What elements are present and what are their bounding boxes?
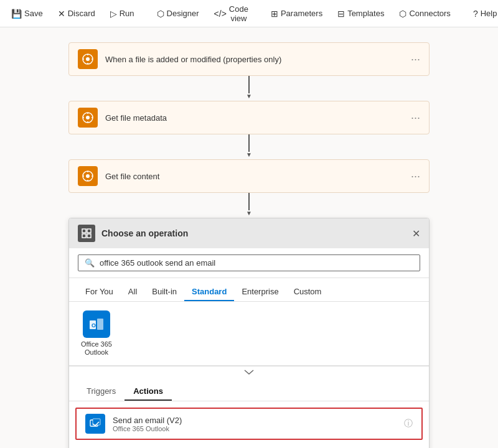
action-item-0-icon [85, 414, 105, 434]
connector-office365[interactable]: O Office 365Outlook [78, 310, 115, 357]
run-label: Run [120, 9, 134, 18]
search-input-wrap: 🔍 [78, 254, 420, 271]
run-icon: ▷ [110, 9, 117, 19]
action-item-0[interactable]: Send an email (V2) Office 365 Outlook ⓘ [75, 408, 423, 440]
save-label: Save [24, 9, 43, 18]
tab-all[interactable]: All [121, 283, 144, 301]
code-view-button[interactable]: </> Code view [208, 1, 255, 27]
discard-label: Discard [68, 9, 95, 18]
svg-rect-21 [87, 234, 91, 238]
flow-block-1-menu[interactable]: ··· [411, 53, 420, 66]
flow-block-2[interactable]: Get file metadata ··· [68, 101, 430, 134]
help-button[interactable]: ? Help [467, 5, 498, 22]
tab-actions[interactable]: Actions [125, 383, 172, 401]
action-item-1[interactable]: Send an email from a shared mailbox (V2)… [75, 442, 423, 448]
arrow-down-2 [248, 134, 250, 152]
op-close-button[interactable]: ✕ [412, 228, 420, 240]
code-view-label: Code view [229, 4, 248, 23]
action-item-0-text: Send an email (V2) Office 365 Outlook [113, 416, 397, 432]
designer-icon: ⬡ [157, 9, 164, 19]
tab-for-you[interactable]: For You [78, 283, 121, 301]
action-item-0-info[interactable]: ⓘ [404, 418, 413, 429]
op-header: Choose an operation ✕ [69, 218, 429, 248]
actions-list: Send an email (V2) Office 365 Outlook ⓘ … [69, 401, 429, 448]
trigger-action-tabs: Triggers Actions [69, 378, 429, 401]
code-icon: </> [214, 9, 227, 19]
toolbar: 💾 Save ✕ Discard ▷ Run ⬡ Designer </> Co… [0, 0, 498, 27]
parameters-label: Parameters [281, 9, 322, 18]
tab-custom[interactable]: Custom [286, 283, 329, 301]
save-button[interactable]: 💾 Save [5, 5, 49, 22]
svg-rect-23 [97, 319, 103, 330]
designer-label: Designer [167, 9, 199, 18]
flow-block-1-title: When a file is added or modified (proper… [105, 55, 403, 64]
search-input[interactable] [100, 258, 413, 268]
arrow-3 [68, 193, 430, 210]
connectors-label: Connectors [409, 9, 450, 18]
search-icon: 🔍 [85, 258, 95, 268]
flow-block-2-icon [78, 108, 98, 128]
svg-text:O: O [92, 322, 96, 329]
designer-button[interactable]: ⬡ Designer [151, 5, 205, 22]
tab-standard[interactable]: Standard [184, 283, 234, 301]
arrow-2 [68, 134, 430, 152]
templates-icon: ⊟ [337, 9, 345, 19]
action-item-0-title: Send an email (V2) [113, 416, 397, 425]
parameters-button[interactable]: ⊞ Parameters [265, 5, 329, 22]
svg-rect-19 [87, 229, 91, 233]
connector-office365-icon: O [83, 310, 110, 338]
flow-block-1-icon [78, 49, 98, 69]
connectors-icon: ⬡ [399, 9, 406, 19]
tab-enterprise[interactable]: Enterprise [234, 283, 286, 301]
svg-rect-20 [82, 234, 86, 238]
templates-label: Templates [347, 9, 384, 18]
op-title: Choose an operation [101, 228, 188, 238]
connectors-area: O Office 365Outlook [69, 302, 429, 366]
op-header-icon [78, 225, 95, 242]
flow-block-2-menu[interactable]: ··· [411, 111, 420, 124]
collapse-button[interactable] [69, 366, 429, 378]
search-box: 🔍 [69, 248, 429, 278]
operation-panel: Choose an operation ✕ 🔍 For You All Buil… [68, 218, 430, 448]
flow-block-3[interactable]: Get file content ··· [68, 159, 430, 193]
svg-point-7 [86, 116, 90, 119]
tab-built-in[interactable]: Built-in [144, 283, 184, 301]
help-label: Help [481, 9, 497, 18]
flow-block-3-menu[interactable]: ··· [411, 170, 420, 183]
canvas: When a file is added or modified (proper… [0, 27, 498, 448]
templates-button[interactable]: ⊟ Templates [331, 5, 390, 22]
discard-button[interactable]: ✕ Discard [52, 5, 101, 22]
connectors-button[interactable]: ⬡ Connectors [393, 5, 456, 22]
flow-block-1[interactable]: When a file is added or modified (proper… [68, 42, 430, 76]
arrow-1 [68, 76, 430, 93]
category-tabs: For You All Built-in Standard Enterprise… [69, 278, 429, 302]
connector-office365-label: Office 365Outlook [81, 340, 112, 357]
help-icon: ? [473, 9, 478, 19]
discard-icon: ✕ [58, 9, 65, 19]
arrow-down-1 [248, 76, 250, 93]
flow-block-2-title: Get file metadata [105, 113, 403, 123]
svg-point-13 [86, 174, 90, 178]
arrow-down-3 [248, 193, 250, 210]
save-icon: 💾 [11, 9, 22, 19]
parameters-icon: ⊞ [271, 9, 278, 19]
action-item-0-subtitle: Office 365 Outlook [113, 425, 397, 432]
flow-block-3-title: Get file content [105, 172, 403, 181]
svg-rect-18 [82, 229, 86, 233]
flow-block-3-icon [78, 166, 98, 186]
run-button[interactable]: ▷ Run [104, 5, 141, 22]
svg-point-1 [86, 57, 90, 61]
tab-triggers[interactable]: Triggers [78, 383, 125, 401]
op-header-left: Choose an operation [78, 225, 188, 242]
